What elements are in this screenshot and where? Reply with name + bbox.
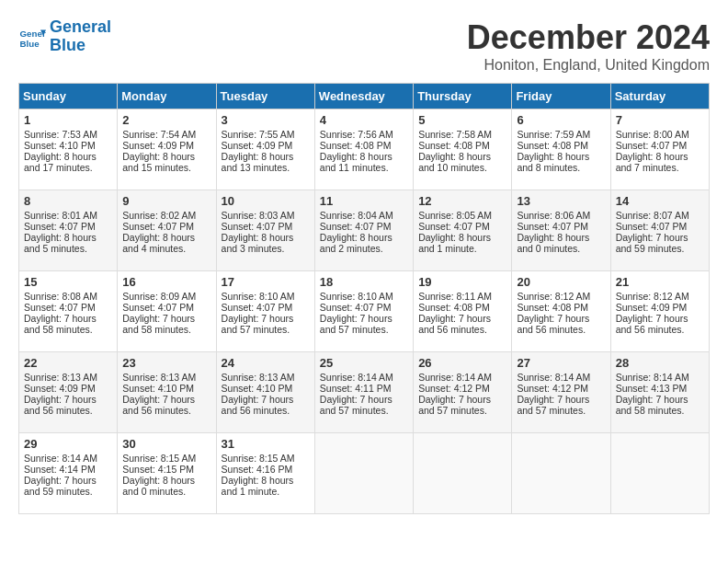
calendar-cell: 27 Sunrise: 8:14 AM Sunset: 4:12 PM Dayl…	[512, 352, 610, 433]
daylight-label: Daylight: 8 hours and 4 minutes.	[122, 232, 195, 254]
daylight-label: Daylight: 8 hours and 7 minutes.	[616, 151, 688, 173]
sunrise-label: Sunrise: 8:02 AM	[122, 210, 196, 221]
daylight-label: Daylight: 7 hours and 57 minutes.	[320, 394, 392, 416]
calendar-cell: 19 Sunrise: 8:11 AM Sunset: 4:08 PM Dayl…	[414, 271, 512, 352]
sunset-label: Sunset: 4:08 PM	[517, 302, 588, 313]
calendar-cell	[512, 433, 610, 514]
sunrise-label: Sunrise: 8:15 AM	[122, 453, 196, 464]
daylight-label: Daylight: 7 hours and 57 minutes.	[418, 394, 491, 416]
calendar-cell: 15 Sunrise: 8:08 AM Sunset: 4:07 PM Dayl…	[19, 271, 118, 352]
daylight-label: Daylight: 7 hours and 59 minutes.	[616, 232, 688, 254]
sunset-label: Sunset: 4:12 PM	[418, 383, 490, 394]
sunset-label: Sunset: 4:08 PM	[418, 140, 490, 151]
sunset-label: Sunset: 4:09 PM	[222, 140, 293, 151]
sunset-label: Sunset: 4:09 PM	[122, 140, 194, 151]
weekday-sunday: Sunday	[19, 84, 118, 109]
weekday-wednesday: Wednesday	[314, 84, 413, 109]
calendar-cell: 31 Sunrise: 8:15 AM Sunset: 4:16 PM Dayl…	[216, 433, 314, 514]
day-number: 13	[517, 194, 605, 208]
day-number: 8	[24, 194, 112, 208]
sunset-label: Sunset: 4:10 PM	[122, 383, 194, 394]
sunrise-label: Sunrise: 8:13 AM	[24, 372, 97, 383]
calendar-cell: 24 Sunrise: 8:13 AM Sunset: 4:10 PM Dayl…	[216, 352, 314, 433]
sunset-label: Sunset: 4:07 PM	[320, 221, 392, 232]
calendar-cell: 26 Sunrise: 8:14 AM Sunset: 4:12 PM Dayl…	[414, 352, 512, 433]
weekday-monday: Monday	[118, 84, 216, 109]
logo-line2: Blue	[50, 36, 85, 54]
calendar-cell	[414, 433, 512, 514]
svg-text:Blue: Blue	[20, 38, 40, 48]
day-number: 10	[222, 194, 310, 208]
sunset-label: Sunset: 4:10 PM	[24, 140, 96, 151]
day-number: 25	[320, 356, 408, 370]
day-number: 29	[24, 437, 112, 451]
calendar-cell: 1 Sunrise: 7:53 AM Sunset: 4:10 PM Dayli…	[19, 109, 118, 190]
calendar-cell: 6 Sunrise: 7:59 AM Sunset: 4:08 PM Dayli…	[512, 109, 610, 190]
day-number: 31	[222, 437, 310, 451]
daylight-label: Daylight: 7 hours and 56 minutes.	[122, 394, 195, 416]
sunrise-label: Sunrise: 8:13 AM	[222, 372, 295, 383]
daylight-label: Daylight: 8 hours and 13 minutes.	[222, 151, 294, 173]
sunrise-label: Sunrise: 8:12 AM	[616, 291, 689, 302]
weekday-thursday: Thursday	[414, 84, 512, 109]
sunset-label: Sunset: 4:07 PM	[222, 221, 293, 232]
weekday-saturday: Saturday	[610, 84, 709, 109]
sunrise-label: Sunrise: 7:54 AM	[122, 129, 196, 140]
calendar-week-3: 15 Sunrise: 8:08 AM Sunset: 4:07 PM Dayl…	[19, 271, 710, 352]
day-number: 26	[418, 356, 506, 370]
calendar-cell: 28 Sunrise: 8:14 AM Sunset: 4:13 PM Dayl…	[610, 352, 709, 433]
daylight-label: Daylight: 7 hours and 57 minutes.	[320, 313, 392, 335]
calendar-cell: 16 Sunrise: 8:09 AM Sunset: 4:07 PM Dayl…	[118, 271, 216, 352]
sunrise-label: Sunrise: 8:09 AM	[122, 291, 196, 302]
sunrise-label: Sunrise: 8:14 AM	[616, 372, 689, 383]
weekday-tuesday: Tuesday	[216, 84, 314, 109]
weekday-friday: Friday	[512, 84, 610, 109]
calendar-cell: 8 Sunrise: 8:01 AM Sunset: 4:07 PM Dayli…	[19, 190, 118, 271]
sunrise-label: Sunrise: 8:04 AM	[320, 210, 393, 221]
day-number: 1	[24, 113, 112, 127]
calendar-cell: 14 Sunrise: 8:07 AM Sunset: 4:07 PM Dayl…	[610, 190, 709, 271]
calendar-cell: 7 Sunrise: 8:00 AM Sunset: 4:07 PM Dayli…	[610, 109, 709, 190]
sunrise-label: Sunrise: 7:55 AM	[222, 129, 295, 140]
daylight-label: Daylight: 8 hours and 11 minutes.	[320, 151, 392, 173]
daylight-label: Daylight: 8 hours and 17 minutes.	[24, 151, 97, 173]
title-area: December 2024 Honiton, England, United K…	[467, 18, 710, 74]
daylight-label: Daylight: 8 hours and 0 minutes.	[517, 232, 589, 254]
calendar-cell: 23 Sunrise: 8:13 AM Sunset: 4:10 PM Dayl…	[118, 352, 216, 433]
day-number: 9	[122, 194, 210, 208]
sunset-label: Sunset: 4:12 PM	[517, 383, 588, 394]
sunrise-label: Sunrise: 8:10 AM	[222, 291, 295, 302]
sunset-label: Sunset: 4:10 PM	[222, 383, 293, 394]
calendar-cell: 18 Sunrise: 8:10 AM Sunset: 4:07 PM Dayl…	[314, 271, 413, 352]
day-number: 7	[616, 113, 704, 127]
daylight-label: Daylight: 8 hours and 10 minutes.	[418, 151, 491, 173]
calendar-cell: 22 Sunrise: 8:13 AM Sunset: 4:09 PM Dayl…	[19, 352, 118, 433]
sunrise-label: Sunrise: 7:58 AM	[418, 129, 492, 140]
day-number: 23	[122, 356, 210, 370]
daylight-label: Daylight: 7 hours and 56 minutes.	[517, 313, 589, 335]
sunset-label: Sunset: 4:07 PM	[418, 221, 490, 232]
day-number: 28	[616, 356, 704, 370]
calendar-cell: 9 Sunrise: 8:02 AM Sunset: 4:07 PM Dayli…	[118, 190, 216, 271]
sunset-label: Sunset: 4:07 PM	[122, 221, 194, 232]
sunrise-label: Sunrise: 8:03 AM	[222, 210, 295, 221]
sunset-label: Sunset: 4:13 PM	[616, 383, 688, 394]
day-number: 3	[222, 113, 310, 127]
calendar-cell: 13 Sunrise: 8:06 AM Sunset: 4:07 PM Dayl…	[512, 190, 610, 271]
sunrise-label: Sunrise: 7:56 AM	[320, 129, 393, 140]
sunset-label: Sunset: 4:14 PM	[24, 464, 96, 475]
month-title: December 2024	[467, 18, 710, 57]
sunrise-label: Sunrise: 8:13 AM	[122, 372, 196, 383]
daylight-label: Daylight: 8 hours and 1 minute.	[222, 475, 294, 497]
day-number: 12	[418, 194, 506, 208]
calendar-cell: 17 Sunrise: 8:10 AM Sunset: 4:07 PM Dayl…	[216, 271, 314, 352]
day-number: 6	[517, 113, 605, 127]
logo-line1: General	[50, 17, 111, 36]
sunrise-label: Sunrise: 8:14 AM	[418, 372, 492, 383]
calendar-week-4: 22 Sunrise: 8:13 AM Sunset: 4:09 PM Dayl…	[19, 352, 710, 433]
day-number: 16	[122, 275, 210, 289]
day-number: 11	[320, 194, 408, 208]
sunset-label: Sunset: 4:09 PM	[616, 302, 688, 313]
calendar-cell: 12 Sunrise: 8:05 AM Sunset: 4:07 PM Dayl…	[414, 190, 512, 271]
day-number: 2	[122, 113, 210, 127]
